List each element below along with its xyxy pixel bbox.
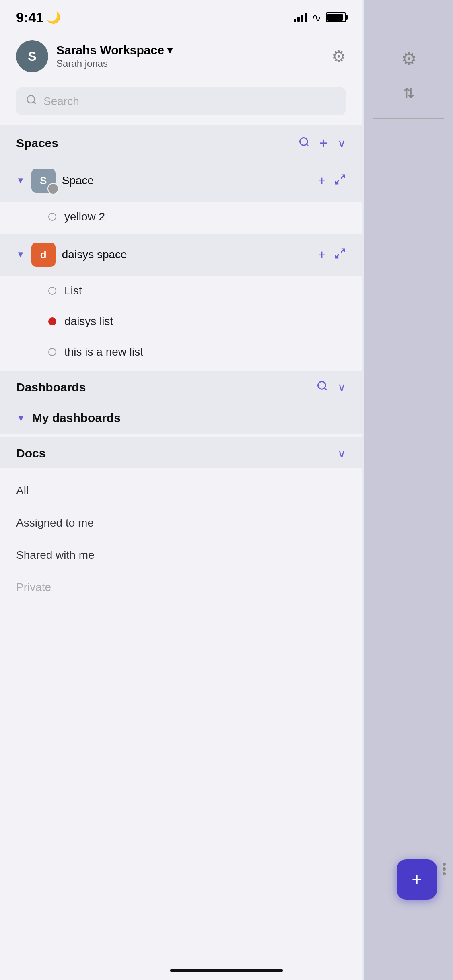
signal-bar-3: [301, 15, 303, 22]
space-d-avatar: d: [31, 243, 56, 267]
right-panel-gear-icon[interactable]: ⚙: [401, 48, 417, 69]
docs-actions: ∨: [338, 447, 346, 460]
list-item-list[interactable]: List: [0, 276, 362, 306]
dashboards-actions: ∨: [317, 380, 346, 394]
docs-item-shared[interactable]: Shared with me: [0, 539, 362, 571]
home-indicator: [170, 969, 283, 972]
space-s-chevron-icon[interactable]: ▼: [16, 175, 25, 186]
space-d-chevron-icon[interactable]: ▼: [16, 249, 25, 260]
space-s-avatar: S: [31, 169, 56, 193]
my-dashboards-chevron-icon[interactable]: ▼: [16, 412, 26, 424]
svg-line-5: [324, 388, 326, 390]
list-item-yellow2[interactable]: yellow 2: [0, 202, 362, 232]
space-item-s[interactable]: ▼ S Space +: [0, 160, 362, 202]
search-bar[interactable]: Search: [16, 87, 346, 115]
space-d-actions: +: [318, 247, 346, 263]
signal-bars-icon: [294, 13, 307, 22]
right-panel-divider: [373, 118, 444, 119]
space-s-name: Space: [62, 174, 318, 187]
header: S Sarahs Workspace ▾ Sarah jonas ⚙: [0, 32, 362, 80]
battery-icon: [326, 12, 346, 22]
docs-section-header: Docs ∨: [0, 437, 362, 468]
space-s-enter-icon[interactable]: [334, 173, 346, 188]
list-item-daisys-list[interactable]: daisys list: [0, 306, 362, 337]
space-d-enter-icon[interactable]: [334, 247, 346, 262]
three-dots-menu[interactable]: [443, 863, 446, 875]
workspace-name-text: Sarahs Workspace: [56, 43, 164, 57]
spaces-search-icon[interactable]: [299, 136, 310, 150]
fab-add-button[interactable]: +: [397, 859, 437, 900]
dashboards-collapse-icon[interactable]: ∨: [338, 381, 346, 394]
list-dot: [48, 287, 56, 295]
docs-collapse-icon[interactable]: ∨: [338, 447, 346, 460]
space-s-letter: S: [40, 175, 47, 187]
spaces-actions: + ∨: [299, 135, 346, 152]
wifi-icon: ∿: [312, 11, 321, 24]
daisys-list-name: daisys list: [64, 315, 113, 328]
status-icons: ∿: [294, 11, 346, 24]
battery-fill: [327, 14, 343, 21]
dot-1: [443, 863, 446, 866]
workspace-info: Sarahs Workspace ▾ Sarah jonas: [56, 43, 323, 69]
spaces-collapse-icon[interactable]: ∨: [338, 137, 346, 150]
svg-line-3: [306, 144, 308, 146]
list-item-new-list[interactable]: this is a new list: [0, 337, 362, 367]
new-list-dot: [48, 348, 56, 356]
spaces-add-icon[interactable]: +: [319, 135, 328, 152]
space-s-actions: +: [318, 173, 346, 189]
status-bar: 9:41 🌙 ∿: [0, 0, 362, 32]
space-d-name: daisys space: [62, 248, 318, 261]
sidebar: 9:41 🌙 ∿ S Sarahs Workspace ▾ Sarah jona…: [0, 0, 362, 980]
yellow2-name: yellow 2: [64, 210, 105, 223]
dot-3: [443, 872, 446, 875]
docs-item-all[interactable]: All: [0, 475, 362, 507]
workspace-name[interactable]: Sarahs Workspace ▾: [56, 43, 323, 57]
status-time: 9:41 🌙: [16, 10, 61, 25]
search-placeholder: Search: [43, 95, 79, 108]
my-dashboards-name: My dashboards: [32, 411, 121, 425]
spaces-section-header: Spaces + ∨: [0, 125, 362, 160]
workspace-chevron-icon[interactable]: ▾: [167, 45, 172, 56]
spaces-title: Spaces: [16, 136, 58, 150]
space-s-add-icon[interactable]: +: [318, 173, 326, 189]
signal-bar-2: [297, 17, 300, 22]
svg-point-2: [300, 138, 307, 145]
docs-item-private[interactable]: Private: [0, 571, 362, 603]
list-name: List: [64, 284, 82, 297]
daisys-list-dot: [48, 317, 56, 325]
svg-point-4: [318, 382, 326, 389]
signal-bar-1: [294, 19, 296, 22]
space-d-add-icon[interactable]: +: [318, 247, 326, 263]
time-display: 9:41: [16, 10, 43, 25]
right-panel: ⚙ ⇅: [364, 0, 453, 980]
avatar[interactable]: S: [16, 40, 48, 72]
dashboards-section-header: Dashboards ∨: [0, 371, 362, 402]
space-d-letter: d: [40, 249, 47, 261]
space-item-daisy[interactable]: ▼ d daisys space +: [0, 234, 362, 276]
docs-list: All Assigned to me Shared with me Privat…: [0, 468, 362, 610]
dashboards-search-icon[interactable]: [317, 380, 328, 394]
settings-gear-icon[interactable]: ⚙: [332, 47, 346, 66]
yellow2-dot: [48, 213, 56, 221]
space-s-overlay: [47, 183, 59, 194]
new-list-name: this is a new list: [64, 346, 143, 358]
right-panel-expand-icon[interactable]: ⇅: [403, 85, 415, 102]
svg-point-0: [27, 96, 35, 103]
my-dashboards-item[interactable]: ▼ My dashboards: [0, 402, 362, 434]
signal-bar-4: [305, 13, 307, 22]
dot-2: [443, 867, 446, 871]
search-icon: [26, 94, 37, 108]
workspace-user: Sarah jonas: [56, 58, 323, 69]
moon-icon: 🌙: [47, 11, 61, 24]
dashboards-title: Dashboards: [16, 381, 86, 394]
docs-title: Docs: [16, 447, 45, 460]
search-container: Search: [0, 80, 362, 125]
svg-line-1: [33, 102, 35, 104]
docs-item-assigned[interactable]: Assigned to me: [0, 507, 362, 539]
